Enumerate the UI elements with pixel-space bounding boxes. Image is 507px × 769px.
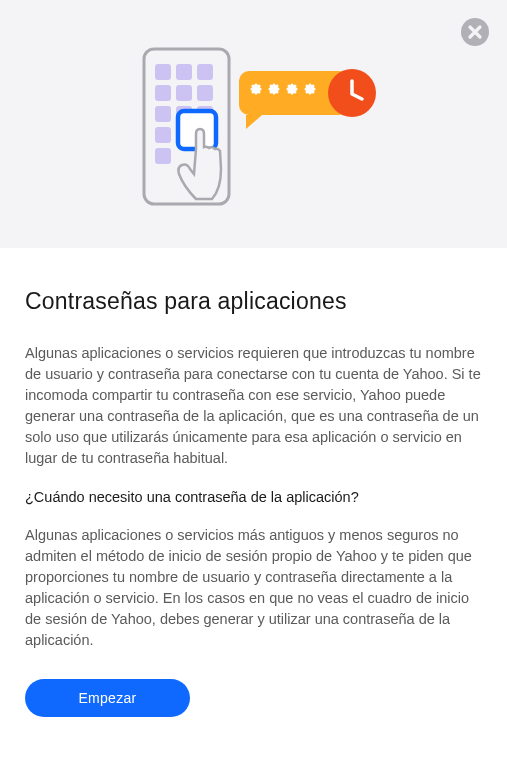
page-title: Contraseñas para aplicaciones <box>25 288 482 315</box>
svg-rect-2 <box>155 64 171 80</box>
content-section: Contraseñas para aplicaciones Algunas ap… <box>0 248 507 742</box>
svg-rect-4 <box>197 64 213 80</box>
svg-rect-11 <box>155 127 171 143</box>
hero-section <box>0 0 507 248</box>
svg-rect-6 <box>176 85 192 101</box>
close-icon <box>461 18 489 46</box>
description-paragraph-1: Algunas aplicaciones o servicios requier… <box>25 343 482 469</box>
svg-rect-5 <box>155 85 171 101</box>
svg-rect-7 <box>197 85 213 101</box>
close-button[interactable] <box>461 18 489 46</box>
description-paragraph-2: Algunas aplicaciones o servicios más ant… <box>25 525 482 651</box>
svg-rect-14 <box>155 148 171 164</box>
subtitle-question: ¿Cuándo necesito una contraseña de la ap… <box>25 489 482 505</box>
app-password-illustration <box>124 39 384 219</box>
svg-rect-3 <box>176 64 192 80</box>
svg-rect-8 <box>155 106 171 122</box>
start-button[interactable]: Empezar <box>25 679 190 717</box>
